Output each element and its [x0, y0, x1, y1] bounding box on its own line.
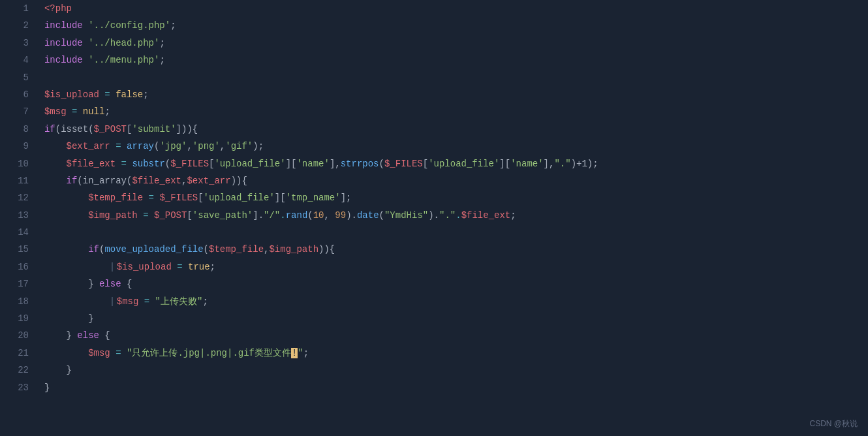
line-content: } else { [39, 327, 868, 344]
line-content: if(isset($_POST['submit'])){ [39, 121, 868, 138]
line-number: 1 [0, 0, 39, 17]
line-content: $file_ext = substr($_FILES['upload_file'… [39, 155, 868, 172]
table-row: 10 $file_ext = substr($_FILES['upload_fi… [0, 155, 868, 172]
line-number: 9 [0, 138, 39, 155]
line-content: } [39, 379, 868, 396]
line-number: 10 [0, 155, 39, 172]
table-row: 20 } else { [0, 327, 868, 344]
table-row: 16 $is_upload = true; [0, 258, 868, 275]
table-row: 12 $temp_file = $_FILES['upload_file']['… [0, 189, 868, 206]
line-content: $temp_file = $_FILES['upload_file']['tmp… [39, 189, 868, 206]
line-content: $msg = null; [39, 103, 868, 120]
table-row: 15 if(move_uploaded_file($temp_file,$img… [0, 241, 868, 258]
table-row: 1<?php [0, 0, 868, 17]
line-number: 20 [0, 327, 39, 344]
line-content: } [39, 362, 868, 379]
table-row: 8if(isset($_POST['submit'])){ [0, 121, 868, 138]
line-content: if(move_uploaded_file($temp_file,$img_pa… [39, 241, 868, 258]
line-number: 17 [0, 275, 39, 292]
line-number: 15 [0, 241, 39, 258]
table-row: 3include '../head.php'; [0, 35, 868, 52]
table-row: 7$msg = null; [0, 103, 868, 120]
line-number: 6 [0, 86, 39, 103]
table-row: 4include '../menu.php'; [0, 52, 868, 69]
line-number: 2 [0, 17, 39, 34]
line-content [39, 69, 868, 86]
line-number: 16 [0, 258, 39, 275]
code-table: 1<?php2include '../config.php';3include … [0, 0, 868, 396]
line-number: 8 [0, 121, 39, 138]
line-number: 5 [0, 69, 39, 86]
line-content [39, 224, 868, 241]
line-content: $msg = "上传失败"; [39, 293, 868, 310]
line-content: if(in_array($file_ext,$ext_arr)){ [39, 172, 868, 189]
table-row: 18 $msg = "上传失败"; [0, 293, 868, 310]
line-content: } else { [39, 275, 868, 292]
line-number: 23 [0, 379, 39, 396]
line-number: 13 [0, 207, 39, 224]
line-number: 12 [0, 189, 39, 206]
line-number: 4 [0, 52, 39, 69]
line-number: 11 [0, 172, 39, 189]
table-row: 2include '../config.php'; [0, 17, 868, 34]
line-content: $is_upload = false; [39, 86, 868, 103]
line-number: 21 [0, 345, 39, 362]
line-number: 14 [0, 224, 39, 241]
line-content: <?php [39, 0, 868, 17]
line-content: include '../config.php'; [39, 17, 868, 34]
table-row: 6$is_upload = false; [0, 86, 868, 103]
line-content: $ext_arr = array('jpg','png','gif'); [39, 138, 868, 155]
line-content: } [39, 310, 868, 327]
line-number: 3 [0, 35, 39, 52]
line-number: 7 [0, 103, 39, 120]
line-content: $img_path = $_POST['save_path']."/".rand… [39, 207, 868, 224]
table-row: 19 } [0, 310, 868, 327]
table-row: 21 $msg = "只允许上传.jpg|.png|.gif类型文件!"; [0, 345, 868, 362]
table-row: 22 } [0, 362, 868, 379]
table-row: 11 if(in_array($file_ext,$ext_arr)){ [0, 172, 868, 189]
table-row: 17 } else { [0, 275, 868, 292]
table-row: 5 [0, 69, 868, 86]
table-row: 14 [0, 224, 868, 241]
code-editor: 1<?php2include '../config.php';3include … [0, 0, 868, 436]
exclaim-badge: ! [291, 348, 298, 358]
line-content: $msg = "只允许上传.jpg|.png|.gif类型文件!"; [39, 345, 868, 362]
line-number: 22 [0, 362, 39, 379]
line-number: 19 [0, 310, 39, 327]
table-row: 23} [0, 379, 868, 396]
line-content: $is_upload = true; [39, 258, 868, 275]
line-content: include '../head.php'; [39, 35, 868, 52]
line-content: include '../menu.php'; [39, 52, 868, 69]
watermark: CSDN @秋说 [809, 418, 858, 429]
line-number: 18 [0, 293, 39, 310]
table-row: 13 $img_path = $_POST['save_path']."/".r… [0, 207, 868, 224]
table-row: 9 $ext_arr = array('jpg','png','gif'); [0, 138, 868, 155]
